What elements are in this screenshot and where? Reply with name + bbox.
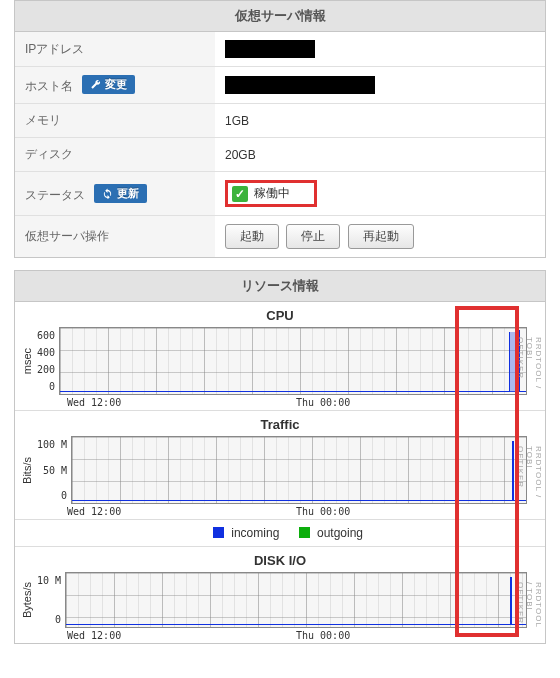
ip-value [215, 32, 545, 67]
cpu-chart-title: CPU [15, 308, 545, 323]
change-hostname-button[interactable]: 変更 [82, 75, 135, 94]
row-memory: メモリ 1GB [15, 104, 545, 138]
legend-outgoing: outgoing [317, 526, 363, 540]
host-label-text: ホスト名 [25, 79, 73, 93]
traffic-ylabel: Bits/s [21, 457, 33, 484]
disk-chart: DISK I/O Bytes/s 10 M 0 RRDTOOL / TOBI O… [15, 547, 545, 643]
legend-incoming: incoming [231, 526, 279, 540]
rrd-credit: RRDTOOL / TOBI OETIKER [516, 582, 543, 628]
cpu-ytick: 600 [37, 330, 55, 341]
disk-xaxis: Wed 12:00 Thu 00:00 [63, 628, 531, 641]
row-disk: ディスク 20GB [15, 138, 545, 172]
status-highlight: ✓ 稼働中 [225, 180, 317, 207]
disk-chart-title: DISK I/O [15, 553, 545, 568]
xtick: Wed 12:00 [67, 630, 121, 641]
status-value: 稼働中 [254, 185, 290, 202]
cpu-ytick: 400 [37, 347, 55, 358]
traffic-legend: incoming outgoing [15, 520, 545, 547]
mem-label: メモリ [15, 104, 215, 138]
ip-redacted [225, 40, 315, 58]
traffic-ytick: 100 M [37, 439, 67, 450]
legend-swatch-outgoing [299, 527, 310, 538]
disk-label: ディスク [15, 138, 215, 172]
mem-value: 1GB [215, 104, 545, 138]
stop-button[interactable]: 停止 [286, 224, 340, 249]
row-ip: IPアドレス [15, 32, 545, 67]
xtick: Wed 12:00 [67, 506, 121, 517]
row-ops: 仮想サーバ操作 起動 停止 再起動 [15, 216, 545, 258]
resource-title: リソース情報 [15, 271, 545, 302]
row-hostname: ホスト名 変更 [15, 67, 545, 104]
status-label: ステータス 更新 [15, 172, 215, 216]
cpu-ytick: 200 [37, 364, 55, 375]
traffic-chart: Traffic Bits/s 100 M 50 M 0 RRDTOOL / TO… [15, 411, 545, 520]
cpu-plot [59, 327, 527, 395]
host-label: ホスト名 変更 [15, 67, 215, 104]
resource-body: CPU msec 600 400 200 0 RRDTOOL / TOBI OE… [15, 302, 545, 643]
cpu-ytick: 0 [49, 381, 55, 392]
refresh-status-button[interactable]: 更新 [94, 184, 147, 203]
disk-ylabel: Bytes/s [21, 582, 33, 618]
traffic-yaxis: 100 M 50 M 0 [37, 437, 71, 503]
cpu-xaxis: Wed 12:00 Thu 00:00 [63, 395, 531, 408]
legend-swatch-incoming [213, 527, 224, 538]
ops-buttons: 起動 停止 再起動 [215, 216, 545, 258]
traffic-chart-title: Traffic [15, 417, 545, 432]
traffic-xaxis: Wed 12:00 Thu 00:00 [63, 504, 531, 517]
cpu-ylabel: msec [21, 348, 33, 374]
refresh-status-label: 更新 [117, 186, 139, 201]
cpu-yaxis: 600 400 200 0 [37, 328, 59, 394]
status-value-cell: ✓ 稼働中 [215, 172, 545, 216]
disk-ytick: 10 M [37, 575, 61, 586]
ip-label: IPアドレス [15, 32, 215, 67]
server-info-table: IPアドレス ホスト名 変更 メモリ 1GB ディスク 20GB ステータス [15, 32, 545, 257]
disk-value: 20GB [215, 138, 545, 172]
xtick: Thu 00:00 [296, 506, 350, 517]
host-redacted [225, 76, 375, 94]
host-value [215, 67, 545, 104]
ops-label: 仮想サーバ操作 [15, 216, 215, 258]
cpu-chart: CPU msec 600 400 200 0 RRDTOOL / TOBI OE… [15, 302, 545, 411]
rrd-credit: RRDTOOL / TOBI OETIKER [516, 337, 543, 395]
traffic-plot [71, 436, 527, 504]
check-icon: ✓ [232, 186, 248, 202]
reboot-button[interactable]: 再起動 [348, 224, 414, 249]
traffic-ytick: 0 [61, 490, 67, 501]
refresh-icon [102, 188, 113, 199]
status-label-text: ステータス [25, 188, 85, 202]
server-info-panel: 仮想サーバ情報 IPアドレス ホスト名 変更 メモリ 1GB ディスク 20GB [14, 0, 546, 258]
server-info-title: 仮想サーバ情報 [15, 1, 545, 32]
row-status: ステータス 更新 ✓ 稼働中 [15, 172, 545, 216]
xtick: Thu 00:00 [296, 630, 350, 641]
disk-yaxis: 10 M 0 [37, 573, 65, 627]
xtick: Wed 12:00 [67, 397, 121, 408]
change-hostname-label: 変更 [105, 77, 127, 92]
disk-plot [65, 572, 527, 628]
wrench-icon [90, 79, 101, 90]
rrd-credit: RRDTOOL / TOBI OETIKER [516, 446, 543, 504]
resource-panel: リソース情報 CPU msec 600 400 200 0 RR [14, 270, 546, 644]
start-button[interactable]: 起動 [225, 224, 279, 249]
xtick: Thu 00:00 [296, 397, 350, 408]
disk-ytick: 0 [55, 614, 61, 625]
traffic-ytick: 50 M [43, 465, 67, 476]
